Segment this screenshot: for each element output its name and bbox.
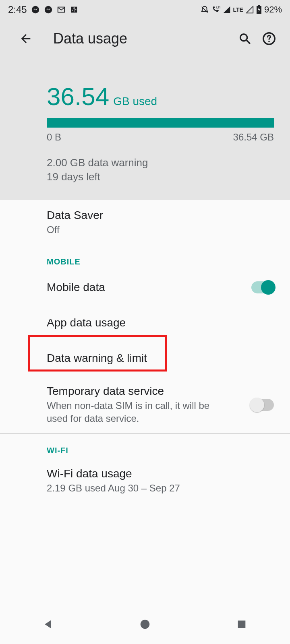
signal-full-icon <box>223 6 231 14</box>
temp-data-sub: When non-data SIM is in call, it will be… <box>47 399 224 424</box>
status-bar: 2:45 LTE LTE 92% <box>0 0 290 19</box>
svg-text:LTE: LTE <box>216 6 220 9</box>
usage-range-end: 36.54 GB <box>233 132 274 143</box>
wifi-usage-title: Wi-Fi data usage <box>47 467 274 480</box>
row-wifi-data-usage[interactable]: Wi-Fi data usage 2.19 GB used Aug 30 – S… <box>0 458 290 503</box>
section-mobile: MOBILE <box>0 245 290 270</box>
search-button[interactable] <box>235 29 255 48</box>
status-time: 2:45 <box>8 4 27 15</box>
lte-label: LTE <box>233 6 243 13</box>
volte-call-icon: LTE <box>211 6 220 13</box>
signal-empty-icon <box>246 6 254 14</box>
usage-warning-line: 2.00 GB data warning <box>47 156 274 170</box>
nav-back-button[interactable] <box>40 616 56 632</box>
usage-unit: GB used <box>113 95 157 108</box>
nav-recent-button[interactable] <box>234 616 250 632</box>
svg-point-10 <box>268 41 270 42</box>
svg-rect-12 <box>238 620 246 628</box>
app-data-usage-title: App data usage <box>47 316 274 329</box>
mobile-data-toggle[interactable] <box>251 281 274 293</box>
data-saver-status: Off <box>47 223 274 236</box>
section-wifi: WI-FI <box>0 434 290 458</box>
svg-point-7 <box>240 34 247 41</box>
usage-days-left: 19 days left <box>47 170 274 184</box>
usb-icon <box>70 5 79 14</box>
row-data-warning-limit[interactable]: Data warning & limit <box>0 341 290 376</box>
data-warning-limit-title: Data warning & limit <box>47 352 274 365</box>
svg-point-11 <box>141 619 150 629</box>
settings-list: Data Saver Off MOBILE Mobile data App da… <box>0 200 290 503</box>
usage-bar <box>47 118 274 128</box>
row-mobile-data[interactable]: Mobile data <box>0 270 290 305</box>
usage-range-start: 0 B <box>47 132 61 143</box>
gmail-icon <box>57 5 66 14</box>
temp-data-title: Temporary data service <box>47 385 251 398</box>
battery-percentage: 92% <box>264 4 282 15</box>
battery-charging-icon <box>256 5 262 14</box>
divider <box>0 245 290 245</box>
data-saver-title: Data Saver <box>47 209 274 222</box>
mobile-data-title: Mobile data <box>47 281 251 294</box>
header-region: Data usage 36.54 GB used 0 B 36.54 GB 2.… <box>0 19 290 200</box>
temp-data-toggle[interactable] <box>251 399 274 411</box>
messenger-icon <box>44 5 53 14</box>
divider <box>0 433 290 434</box>
dnd-off-icon <box>200 5 209 14</box>
usage-summary: 36.54 GB used 0 B 36.54 GB 2.00 GB data … <box>0 58 290 184</box>
row-data-saver[interactable]: Data Saver Off <box>0 200 290 245</box>
help-button[interactable] <box>259 29 279 48</box>
svg-rect-6 <box>258 5 260 6</box>
wifi-usage-sub: 2.19 GB used Aug 30 – Sep 27 <box>47 482 274 494</box>
row-temp-data-service[interactable]: Temporary data service When non-data SIM… <box>0 376 290 433</box>
row-app-data-usage[interactable]: App data usage <box>0 305 290 341</box>
app-bar: Data usage <box>0 19 290 58</box>
svg-line-8 <box>246 40 250 44</box>
nav-home-button[interactable] <box>137 616 153 632</box>
back-button[interactable] <box>16 29 35 48</box>
usage-amount: 36.54 <box>47 82 109 111</box>
messenger-icon <box>31 5 40 14</box>
system-nav-bar <box>0 604 290 644</box>
page-title: Data usage <box>53 30 230 47</box>
